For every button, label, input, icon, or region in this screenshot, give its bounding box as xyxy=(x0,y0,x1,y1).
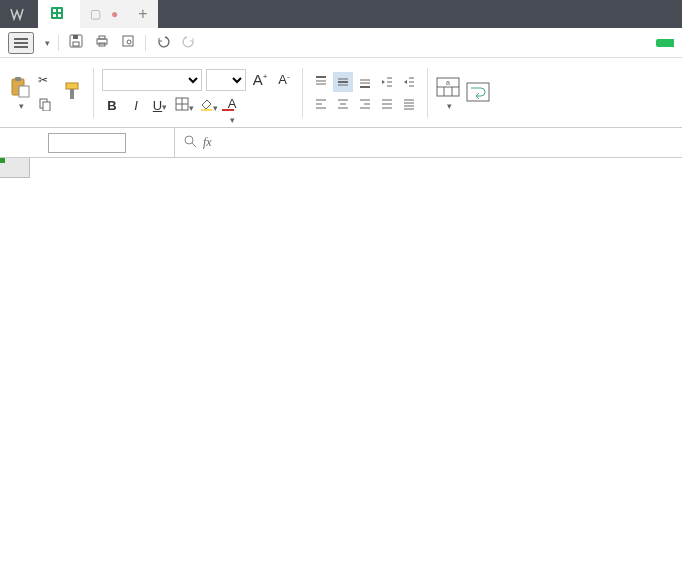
file-menu[interactable]: ▾ xyxy=(42,38,50,48)
svg-rect-7 xyxy=(73,35,78,39)
svg-rect-1 xyxy=(53,9,56,12)
svg-rect-15 xyxy=(19,86,29,97)
underline-button[interactable]: U▾ xyxy=(150,96,170,116)
tab-controls: ▢ ● + xyxy=(80,0,158,28)
svg-text:a: a xyxy=(446,79,450,86)
svg-rect-19 xyxy=(70,89,74,99)
auto-wrap-button[interactable] xyxy=(466,80,490,106)
hamburger-menu-button[interactable] xyxy=(8,32,34,54)
wps-logo-icon xyxy=(10,7,24,21)
font-name-select[interactable] xyxy=(102,69,202,91)
formula-bar-row: fx xyxy=(0,128,682,158)
svg-rect-3 xyxy=(53,14,56,17)
svg-point-61 xyxy=(185,136,193,144)
print-button[interactable] xyxy=(93,33,111,53)
bold-button[interactable]: B xyxy=(102,96,122,116)
svg-rect-4 xyxy=(58,14,61,17)
name-box xyxy=(0,128,175,158)
merge-cells-icon: a xyxy=(436,75,460,99)
spreadsheet-icon xyxy=(50,6,64,23)
fx-icon[interactable]: fx xyxy=(203,135,212,150)
chevron-down-icon: ▾ xyxy=(45,38,50,48)
paste-group[interactable]: ▾ xyxy=(8,75,32,111)
svg-rect-17 xyxy=(43,102,50,111)
svg-rect-18 xyxy=(66,83,78,89)
align-center-button[interactable] xyxy=(333,94,353,114)
decrease-indent-button[interactable] xyxy=(377,72,397,92)
redo-button[interactable] xyxy=(180,33,198,53)
ribbon-separator xyxy=(302,68,303,118)
align-middle-button[interactable] xyxy=(333,72,353,92)
ribbon-separator xyxy=(93,68,94,118)
separator xyxy=(58,35,59,51)
formula-input[interactable] xyxy=(218,133,674,153)
format-painter-icon xyxy=(61,80,85,104)
svg-rect-6 xyxy=(73,42,79,46)
svg-point-12 xyxy=(127,40,131,44)
border-button[interactable]: ▾ xyxy=(174,96,194,116)
menu-bar: ▾ xyxy=(0,28,682,58)
merge-center-button[interactable]: a ▾ xyxy=(436,75,460,111)
svg-rect-9 xyxy=(99,36,105,39)
svg-rect-14 xyxy=(15,77,21,81)
chevron-down-icon: ▾ xyxy=(447,101,452,111)
new-tab-button[interactable]: + xyxy=(138,5,147,23)
zoom-sheet-icon[interactable] xyxy=(183,134,197,151)
save-button[interactable] xyxy=(67,33,85,53)
undo-button[interactable] xyxy=(154,33,172,53)
align-right-button[interactable] xyxy=(355,94,375,114)
ribbon-separator xyxy=(427,68,428,118)
font-color-button[interactable]: A▾ xyxy=(222,96,242,116)
svg-line-62 xyxy=(192,143,196,147)
wrap-text-icon xyxy=(466,80,490,104)
svg-rect-2 xyxy=(58,9,61,12)
presentation-mode-icon[interactable]: ▢ xyxy=(90,7,101,21)
wps-brand xyxy=(0,0,38,28)
svg-rect-23 xyxy=(201,109,212,111)
cut-button[interactable]: ✂ xyxy=(38,69,55,91)
scissors-icon: ✂ xyxy=(38,73,48,87)
font-size-select[interactable] xyxy=(206,69,246,91)
align-distribute-button[interactable] xyxy=(399,94,419,114)
italic-button[interactable]: I xyxy=(126,96,146,116)
paste-icon xyxy=(8,75,32,99)
increase-font-button[interactable]: A+ xyxy=(250,70,270,90)
tab-dot-icon[interactable]: ● xyxy=(111,7,118,21)
format-painter-button[interactable] xyxy=(61,80,85,106)
ribbon-toolbar: ▾ ✂ A+ A- B I U▾ ▾ ▾ A▾ xyxy=(0,58,682,128)
copy-icon xyxy=(38,97,52,114)
name-box-input[interactable] xyxy=(48,133,126,153)
window-titlebar: ▢ ● + xyxy=(0,0,682,28)
workbook-tab[interactable] xyxy=(38,0,80,28)
fill-color-button[interactable]: ▾ xyxy=(198,96,218,116)
increase-indent-button[interactable] xyxy=(399,72,419,92)
decrease-font-button[interactable]: A- xyxy=(274,70,294,90)
align-justify-button[interactable] xyxy=(377,94,397,114)
align-top-button[interactable] xyxy=(311,72,331,92)
select-all-corner[interactable] xyxy=(0,158,30,178)
print-preview-button[interactable] xyxy=(119,33,137,53)
copy-button[interactable] xyxy=(38,97,55,114)
ribbon-tab-start[interactable] xyxy=(656,39,674,47)
separator xyxy=(145,35,146,51)
align-left-button[interactable] xyxy=(311,94,331,114)
svg-rect-0 xyxy=(51,7,63,19)
align-bottom-button[interactable] xyxy=(355,72,375,92)
svg-rect-11 xyxy=(123,36,133,46)
alignment-group xyxy=(311,72,419,114)
chevron-down-icon: ▾ xyxy=(19,101,24,111)
